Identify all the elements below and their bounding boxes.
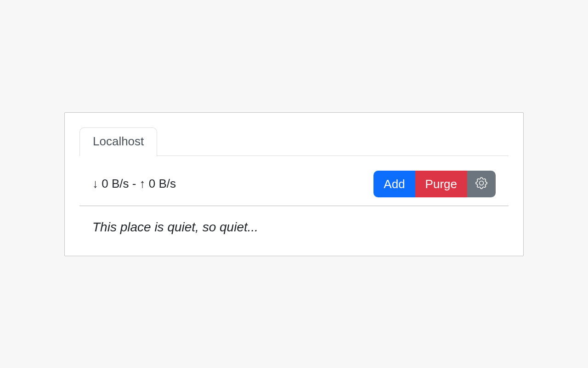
purge-button[interactable]: Purge [415,171,467,197]
tab-localhost[interactable]: Localhost [79,127,157,156]
toolbar: ↓ 0 B/s - ↑ 0 B/s Add Purge [79,156,509,206]
upload-speed: 0 B/s [149,177,176,190]
server-card: Localhost ↓ 0 B/s - ↑ 0 B/s Add Purge Th… [64,112,524,256]
gear-icon [475,177,487,191]
action-button-group: Add Purge [373,171,496,197]
tab-bar: Localhost [79,127,509,156]
add-button[interactable]: Add [373,171,415,197]
download-speed: 0 B/s [102,177,129,190]
page-root: Localhost ↓ 0 B/s - ↑ 0 B/s Add Purge Th… [0,0,588,368]
speed-separator: - [129,177,139,190]
empty-state-message: This place is quiet, so quiet... [79,206,509,239]
settings-button[interactable] [467,171,496,197]
down-arrow-icon: ↓ [92,177,98,190]
up-arrow-icon: ↑ [140,177,146,190]
transfer-speed: ↓ 0 B/s - ↑ 0 B/s [92,177,176,191]
